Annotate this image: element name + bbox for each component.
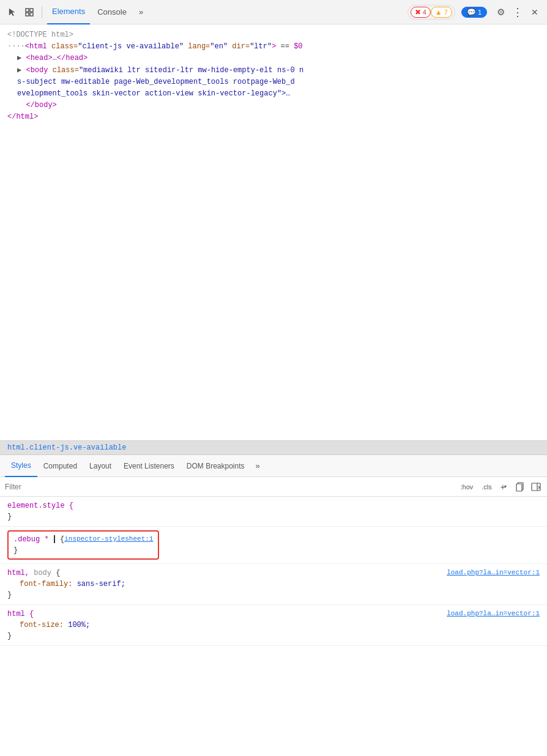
html-body-rule-close: }	[7, 590, 540, 601]
html-rule-source[interactable]: load.php?la…in=vector:1	[447, 609, 540, 619]
element-style-selector[interactable]: element.style {	[7, 500, 540, 511]
debug-rule-source[interactable]: inspector-stylesheet:1	[64, 534, 153, 544]
filter-actions: :hov .cls +▾	[458, 481, 542, 493]
svg-rect-5	[516, 484, 522, 491]
error-icon: ✖	[415, 8, 421, 17]
more-style-tabs-icon[interactable]: »	[251, 455, 265, 477]
html-body-rule: html, body { load.php?la…in=vector:1 fon…	[0, 564, 547, 605]
console-tab[interactable]: Console	[92, 0, 132, 24]
cls-filter-btn[interactable]: .cls	[479, 482, 494, 492]
toggle-sidebar-icon[interactable]	[530, 481, 542, 493]
css-rules-panel: element.style { } .debug * { inspector-s…	[0, 497, 547, 646]
more-tabs-btn[interactable]: »	[134, 0, 148, 24]
svg-rect-0	[26, 9, 29, 12]
more-options-icon[interactable]: ⋮	[510, 5, 525, 20]
tab-layout[interactable]: Layout	[83, 455, 117, 477]
html-body-rule-source[interactable]: load.php?la…in=vector:1	[447, 568, 540, 578]
elements-tab[interactable]: Elements	[47, 0, 90, 24]
devtools-toolbar: Elements Console » ✖ 4 ▲ 7 💬 1 ⚙ ⋮ ✕	[0, 0, 547, 24]
body-line2: s-subject mw-editable page-Web_developme…	[7, 76, 540, 88]
html-rule-close: }	[7, 631, 540, 642]
tab-event-listeners[interactable]: Event Listeners	[117, 455, 180, 477]
html-close-line: </html>	[7, 111, 540, 123]
settings-icon[interactable]: ⚙	[493, 5, 508, 20]
html-body-selector-line[interactable]: html, body { load.php?la…in=vector:1	[7, 568, 540, 579]
debug-rule-selector-line[interactable]: .debug * { inspector-stylesheet:1	[13, 534, 153, 545]
svg-rect-3	[30, 13, 33, 16]
copy-styles-icon[interactable]	[514, 481, 526, 493]
hov-filter-btn[interactable]: :hov	[458, 482, 476, 492]
warning-badge[interactable]: ▲ 7	[431, 7, 452, 18]
selected-element-breadcrumb[interactable]: html.client-js.ve-available	[0, 440, 547, 455]
body-close-line: </body>	[7, 100, 540, 111]
error-badge[interactable]: ✖ 4	[411, 7, 431, 18]
chat-icon: 💬	[467, 8, 476, 17]
head-line[interactable]: ▶ <head>…</head>	[7, 53, 540, 64]
add-style-btn[interactable]: +▾	[498, 481, 510, 493]
info-badge[interactable]: 💬 1	[461, 7, 487, 18]
debug-rule: .debug * { inspector-stylesheet:1 }	[0, 527, 547, 564]
html-selector-line[interactable]: html { load.php?la…in=vector:1	[7, 609, 540, 620]
close-devtools-icon[interactable]: ✕	[527, 5, 542, 20]
inspect-element-icon[interactable]	[22, 5, 37, 20]
tab-computed[interactable]: Computed	[37, 455, 83, 477]
element-style-close: }	[7, 511, 540, 522]
debug-rule-close: }	[13, 545, 153, 556]
body-line3: evelopment_tools skin-vector action-view…	[7, 88, 540, 100]
body-line1[interactable]: ▶ <body class="mediawiki ltr sitedir-ltr…	[7, 65, 540, 76]
element-style-rule: element.style { }	[0, 497, 547, 527]
warning-icon: ▲	[435, 8, 442, 17]
font-family-property[interactable]: font-family: sans-serif;	[7, 579, 540, 590]
styles-panel-tabs: Styles Computed Layout Event Listeners D…	[0, 455, 547, 477]
cursor-tool-icon[interactable]	[5, 5, 20, 20]
font-size-property[interactable]: font-size: 100%;	[7, 620, 540, 631]
divider	[42, 6, 42, 18]
doctype-line: <!DOCTYPE html>	[7, 29, 540, 41]
html-rule: html { load.php?la…in=vector:1 font-size…	[0, 605, 547, 646]
css-filter-bar: :hov .cls +▾	[0, 477, 547, 497]
svg-rect-1	[30, 9, 33, 12]
debug-rule-box: .debug * { inspector-stylesheet:1 }	[7, 530, 159, 560]
badge-group: ✖ 4 ▲ 7	[407, 5, 455, 20]
tab-dom-breakpoints[interactable]: DOM Breakpoints	[180, 455, 251, 477]
svg-rect-2	[26, 13, 29, 16]
html-open-line[interactable]: ····<html class="client-js ve-available"…	[7, 41, 540, 53]
html-source-panel: <!DOCTYPE html> ····<html class="client-…	[0, 24, 547, 440]
tab-styles[interactable]: Styles	[5, 455, 37, 477]
css-filter-input[interactable]	[5, 483, 453, 491]
